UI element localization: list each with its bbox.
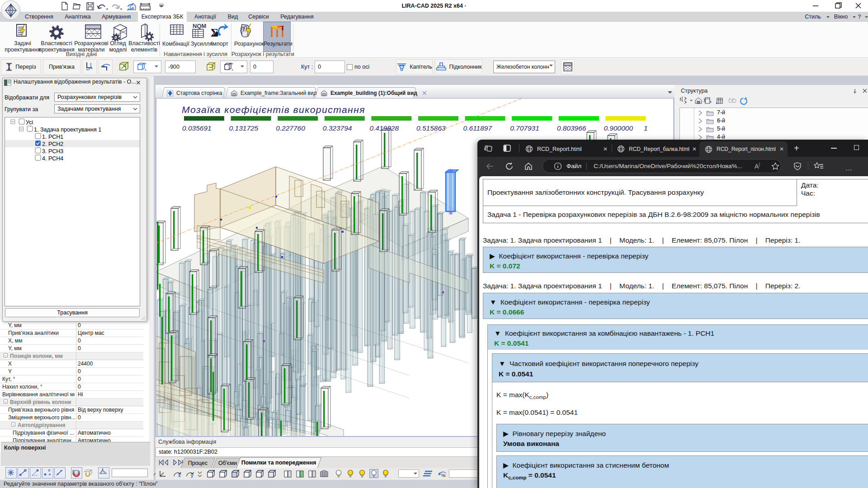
svg-text:Мозаїка коефіцієнтів використа: Мозаїка коефіцієнтів використання <box>182 104 365 115</box>
svg-text:0.707931: 0.707931 <box>510 124 539 132</box>
svg-text:0.227760: 0.227760 <box>276 124 305 132</box>
svg-text:0.035691: 0.035691 <box>182 124 212 132</box>
svg-text:x: x <box>178 473 181 478</box>
svg-text:1: 1 <box>644 124 648 132</box>
svg-text:Σ: Σ <box>211 26 218 39</box>
svg-text:0.611897: 0.611897 <box>463 124 493 132</box>
svg-text:NQM: NQM <box>193 23 206 29</box>
svg-text:0.131725: 0.131725 <box>229 124 259 132</box>
svg-text:0.419828: 0.419828 <box>369 124 399 132</box>
svg-text:0.323794: 0.323794 <box>323 124 352 132</box>
svg-text:0.515863: 0.515863 <box>416 124 446 132</box>
svg-text:y: y <box>191 473 193 478</box>
svg-text:0.900000: 0.900000 <box>604 124 633 132</box>
svg-text:№: № <box>441 473 446 478</box>
svg-text:0.803966: 0.803966 <box>557 124 586 132</box>
